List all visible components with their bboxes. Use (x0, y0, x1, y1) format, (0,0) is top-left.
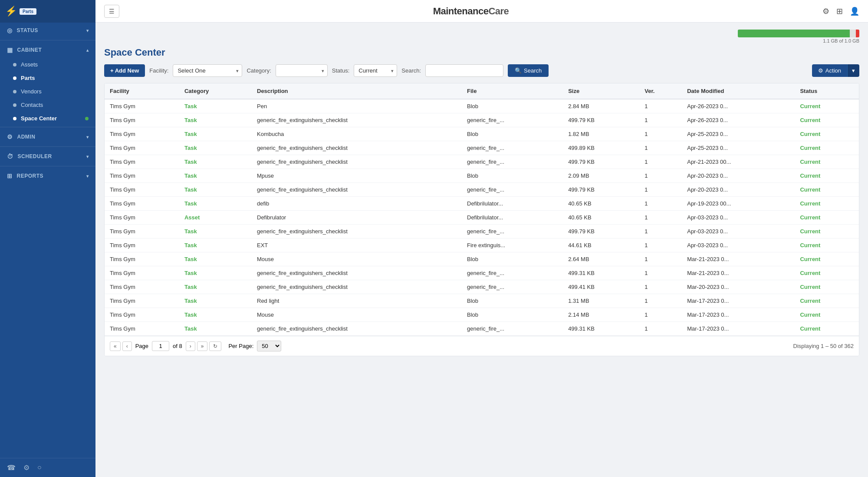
table-row: Tims Gym Asset Defibrulator Defibrilulat… (105, 211, 859, 225)
cell-category[interactable]: Task (179, 252, 252, 266)
per-page-select[interactable]: 50 100 (257, 341, 281, 351)
cell-category[interactable]: Task (179, 141, 252, 155)
cell-facility: Tims Gym (105, 280, 179, 294)
divider-1 (0, 40, 95, 40)
search-input[interactable] (425, 64, 503, 77)
sidebar-section-scheduler-label: SCHEDULER (18, 153, 52, 159)
pagination-prev-button[interactable]: ‹ (122, 341, 132, 351)
cell-size: 499.41 KB (563, 280, 639, 294)
add-new-button[interactable]: + Add New (104, 64, 145, 77)
category-select[interactable] (276, 64, 328, 77)
cell-status: Current (795, 280, 859, 294)
cell-size: 499.89 KB (563, 141, 639, 155)
cell-date: Apr-03-2023 0... (682, 225, 795, 238)
cell-file: generic_fire_... (462, 141, 563, 155)
sidebar-section-cabinet[interactable]: ▦ CABINET ▴ (0, 42, 95, 58)
reports-icon: ⊞ (7, 172, 13, 179)
sidebar-section-status[interactable]: ◎ STATUS ▾ (0, 23, 95, 38)
data-table: Facility Category Description File Size … (105, 83, 859, 336)
cell-facility: Tims Gym (105, 127, 179, 141)
cell-category[interactable]: Task (179, 294, 252, 308)
parts-badge: Parts (20, 8, 36, 15)
cell-file: Blob (462, 308, 563, 322)
page-input[interactable] (152, 341, 169, 351)
cell-date: Apr-20-2023 0... (682, 183, 795, 197)
facility-select[interactable]: Select One (173, 64, 242, 77)
cell-description: Mpuse (252, 169, 462, 183)
contacts-dot (13, 103, 16, 107)
sidebar-section-scheduler[interactable]: ⏱ SCHEDULER ▾ (0, 149, 95, 164)
cell-category[interactable]: Task (179, 322, 252, 336)
cell-category[interactable]: Task (179, 197, 252, 211)
pagination-first-button[interactable]: « (110, 341, 121, 351)
cell-status: Current (795, 308, 859, 322)
table-row: Tims Gym Task Mouse Blob 2.64 MB 1 Mar-2… (105, 252, 859, 266)
cell-file: Blob (462, 294, 563, 308)
storage-bar-container: 1.1 GB of 1.0 GB (104, 30, 859, 43)
cell-category[interactable]: Task (179, 127, 252, 141)
hamburger-button[interactable]: ☰ (104, 5, 119, 18)
nav-status-section: ◎ STATUS ▾ (0, 23, 95, 38)
grid-icon[interactable]: ⊞ (836, 7, 843, 16)
pagination-next-button[interactable]: › (186, 341, 195, 351)
status-select[interactable]: Current (354, 64, 397, 77)
sidebar-footer: ☎ ⚙ ○ (0, 458, 95, 477)
table-row: Tims Gym Task Pen Blob 2.84 MB 1 Apr-26-… (105, 99, 859, 113)
sidebar-item-assets[interactable]: Assets (0, 58, 95, 71)
cell-size: 499.79 KB (563, 155, 639, 169)
table-row: Tims Gym Task generic_fire_extinguishers… (105, 183, 859, 197)
cell-description: generic_fire_extinguishers_checklist (252, 266, 462, 280)
table-row: Tims Gym Task Mpuse Blob 2.09 MB 1 Apr-2… (105, 169, 859, 183)
cell-category[interactable]: Task (179, 113, 252, 127)
gear-icon[interactable]: ⚙ (822, 7, 829, 16)
cell-category[interactable]: Asset (179, 211, 252, 225)
cell-ver: 1 (639, 141, 682, 155)
vendors-dot (13, 90, 16, 93)
table-row: Tims Gym Task EXT Fire extinguis... 44.6… (105, 238, 859, 252)
action-main-button[interactable]: ⚙ Action (812, 64, 847, 77)
cell-date: Mar-20-2023 0... (682, 280, 795, 294)
cell-file: generic_fire_... (462, 280, 563, 294)
cell-category[interactable]: Task (179, 169, 252, 183)
settings-icon[interactable]: ⚙ (23, 464, 30, 472)
search-button[interactable]: 🔍 Search (508, 64, 549, 77)
user-icon[interactable]: 👤 (850, 7, 859, 16)
status-section-icon: ◎ (7, 27, 13, 34)
cell-category[interactable]: Task (179, 183, 252, 197)
action-caret-button[interactable]: ▾ (847, 64, 859, 77)
cell-category[interactable]: Task (179, 238, 252, 252)
circle-icon[interactable]: ○ (37, 464, 42, 472)
sidebar-item-space-center[interactable]: Space Center (0, 112, 95, 125)
phone-icon[interactable]: ☎ (7, 464, 16, 472)
sidebar-item-vendors-label: Vendors (21, 88, 42, 95)
cell-category[interactable]: Task (179, 266, 252, 280)
storage-bar (738, 30, 859, 37)
cell-file: Blob (462, 252, 563, 266)
cell-facility: Tims Gym (105, 322, 179, 336)
app-title-part2: Care (488, 6, 509, 17)
sidebar-section-admin[interactable]: ⚙ ADMIN ▾ (0, 129, 95, 145)
sidebar-section-reports[interactable]: ⊞ REPORTS ▾ (0, 168, 95, 184)
cell-category[interactable]: Task (179, 225, 252, 238)
col-file: File (462, 83, 563, 99)
table-row: Tims Gym Task generic_fire_extinguishers… (105, 322, 859, 336)
col-description: Description (252, 83, 462, 99)
cell-description: generic_fire_extinguishers_checklist (252, 183, 462, 197)
pagination-refresh-button[interactable]: ↻ (209, 341, 221, 351)
cell-category[interactable]: Task (179, 155, 252, 169)
pagination-last-button[interactable]: » (197, 341, 208, 351)
admin-arrow-icon: ▾ (86, 135, 89, 139)
status-arrow-icon: ▾ (86, 28, 89, 33)
sidebar-item-parts[interactable]: Parts (0, 71, 95, 85)
cell-category[interactable]: Task (179, 99, 252, 113)
cell-size: 44.61 KB (563, 238, 639, 252)
table-header: Facility Category Description File Size … (105, 83, 859, 99)
cell-category[interactable]: Task (179, 308, 252, 322)
cell-description: Pen (252, 99, 462, 113)
sidebar-item-vendors[interactable]: Vendors (0, 85, 95, 98)
cell-category[interactable]: Task (179, 280, 252, 294)
cell-description: EXT (252, 238, 462, 252)
sidebar-item-contacts[interactable]: Contacts (0, 98, 95, 112)
sidebar-item-assets-label: Assets (21, 61, 38, 68)
status-select-wrapper: Current (354, 64, 397, 77)
